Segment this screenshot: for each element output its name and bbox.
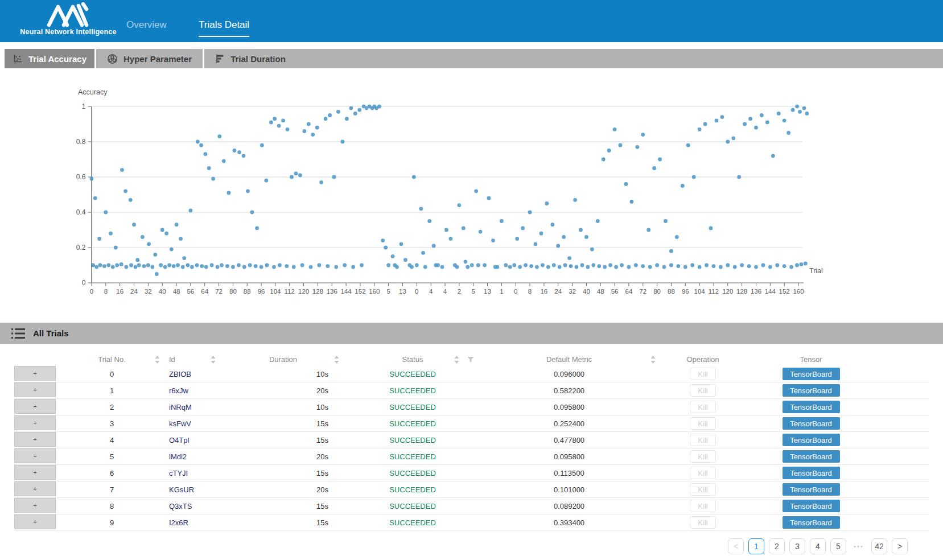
subtab-trial-duration[interactable]: Trial Duration bbox=[204, 49, 296, 68]
scatter-point[interactable] bbox=[146, 263, 150, 267]
scatter-point[interactable] bbox=[703, 122, 707, 126]
scatter-point[interactable] bbox=[300, 263, 304, 267]
scatter-point[interactable] bbox=[188, 209, 192, 213]
scatter-point[interactable] bbox=[264, 179, 268, 183]
scatter-point[interactable] bbox=[265, 263, 269, 267]
scatter-point[interactable] bbox=[124, 265, 128, 269]
scatter-point[interactable] bbox=[569, 264, 573, 268]
scatter-point[interactable] bbox=[768, 265, 772, 269]
expand-row-button[interactable]: + bbox=[14, 514, 56, 529]
scatter-point[interactable] bbox=[90, 177, 94, 181]
scatter-point[interactable] bbox=[222, 159, 226, 163]
expand-row-button[interactable]: + bbox=[14, 465, 56, 480]
scatter-point[interactable] bbox=[545, 201, 549, 205]
tensorboard-button[interactable]: TensorBoard bbox=[783, 401, 840, 413]
scatter-point[interactable] bbox=[102, 264, 106, 268]
scatter-point[interactable] bbox=[315, 126, 319, 130]
scatter-point[interactable] bbox=[248, 263, 252, 267]
scatter-point[interactable] bbox=[400, 242, 403, 246]
scatter-point[interactable] bbox=[795, 263, 799, 267]
scatter-point[interactable] bbox=[377, 105, 381, 109]
pagination-ellipsis[interactable]: ••• bbox=[851, 538, 867, 554]
scatter-point[interactable] bbox=[104, 211, 108, 215]
scatter-point[interactable] bbox=[211, 177, 215, 181]
scatter-point[interactable] bbox=[479, 230, 483, 234]
scatter-point[interactable] bbox=[731, 136, 735, 140]
scatter-point[interactable] bbox=[470, 263, 474, 267]
scatter-point[interactable] bbox=[440, 265, 444, 269]
scatter-point[interactable] bbox=[804, 262, 808, 266]
scatter-point[interactable] bbox=[231, 265, 235, 269]
scatter-point[interactable] bbox=[232, 149, 236, 153]
expand-row-button[interactable]: + bbox=[14, 432, 56, 447]
scatter-point[interactable] bbox=[586, 265, 590, 269]
scatter-point[interactable] bbox=[681, 184, 685, 188]
scatter-point[interactable] bbox=[272, 265, 276, 269]
page-button-4[interactable]: 4 bbox=[810, 538, 826, 554]
scatter-point[interactable] bbox=[227, 191, 231, 195]
tensorboard-button[interactable]: TensorBoard bbox=[783, 434, 840, 446]
scatter-point[interactable] bbox=[334, 265, 338, 269]
scatter-point[interactable] bbox=[318, 263, 322, 267]
scatter-point[interactable] bbox=[298, 174, 302, 178]
kill-button[interactable]: Kill bbox=[690, 500, 716, 512]
scatter-point[interactable] bbox=[528, 211, 532, 215]
scatter-point[interactable] bbox=[462, 227, 466, 230]
scatter-point[interactable] bbox=[646, 228, 650, 232]
scatter-point[interactable] bbox=[760, 113, 764, 117]
scatter-point[interactable] bbox=[743, 122, 747, 126]
scatter-point[interactable] bbox=[186, 263, 190, 267]
scatter-point[interactable] bbox=[529, 264, 533, 268]
scatter-point[interactable] bbox=[504, 263, 508, 267]
scatter-point[interactable] bbox=[795, 105, 799, 109]
scatter-point[interactable] bbox=[360, 263, 364, 267]
scatter-point[interactable] bbox=[91, 263, 95, 267]
scatter-point[interactable] bbox=[179, 237, 183, 241]
scatter-point[interactable] bbox=[278, 263, 282, 267]
scatter-point[interactable] bbox=[254, 264, 258, 268]
scatter-point[interactable] bbox=[521, 227, 525, 230]
scatter-point[interactable] bbox=[550, 223, 554, 227]
scatter-point[interactable] bbox=[493, 265, 497, 269]
scatter-point[interactable] bbox=[332, 175, 336, 179]
scatter-point[interactable] bbox=[747, 264, 751, 268]
scatter-point[interactable] bbox=[455, 265, 459, 269]
tensorboard-button[interactable]: TensorBoard bbox=[783, 417, 840, 430]
scatter-point[interactable] bbox=[290, 175, 294, 179]
scatter-point[interactable] bbox=[421, 251, 425, 255]
scatter-point[interactable] bbox=[733, 265, 737, 269]
scatter-point[interactable] bbox=[627, 265, 631, 269]
scatter-point[interactable] bbox=[777, 112, 781, 116]
scatter-point[interactable] bbox=[182, 256, 186, 260]
filter-icon[interactable] bbox=[467, 356, 474, 363]
scatter-point[interactable] bbox=[669, 249, 673, 253]
scatter-point[interactable] bbox=[558, 265, 562, 269]
expand-row-button[interactable]: + bbox=[14, 498, 56, 513]
scatter-point[interactable] bbox=[393, 263, 397, 267]
subtab-hyper-parameter[interactable]: Hyper Parameter bbox=[96, 49, 203, 68]
tensorboard-button[interactable]: TensorBoard bbox=[783, 467, 840, 479]
scatter-point[interactable] bbox=[573, 198, 577, 202]
scatter-point[interactable] bbox=[190, 265, 194, 269]
scatter-point[interactable] bbox=[754, 265, 758, 269]
scatter-point[interactable] bbox=[783, 264, 786, 268]
scatter-point[interactable] bbox=[624, 182, 628, 186]
tab-trials-detail[interactable]: Trials Detail bbox=[199, 19, 249, 37]
scatter-point[interactable] bbox=[464, 260, 468, 263]
scatter-point[interactable] bbox=[412, 175, 416, 179]
kill-button[interactable]: Kill bbox=[690, 467, 716, 479]
scatter-point[interactable] bbox=[515, 237, 519, 241]
scatter-point[interactable] bbox=[98, 263, 102, 267]
scatter-point[interactable] bbox=[641, 264, 645, 268]
scatter-point[interactable] bbox=[237, 263, 241, 267]
scatter-point[interactable] bbox=[580, 263, 584, 267]
scatter-point[interactable] bbox=[281, 118, 285, 122]
kill-button[interactable]: Kill bbox=[690, 401, 716, 413]
scatter-point[interactable] bbox=[175, 223, 179, 227]
scatter-point[interactable] bbox=[748, 117, 752, 121]
expand-row-button[interactable]: + bbox=[14, 399, 56, 414]
scatter-point[interactable] bbox=[590, 248, 594, 252]
header-trial-no[interactable]: Trial No. bbox=[56, 355, 168, 364]
scatter-point[interactable] bbox=[761, 263, 765, 267]
scatter-point[interactable] bbox=[715, 118, 719, 122]
